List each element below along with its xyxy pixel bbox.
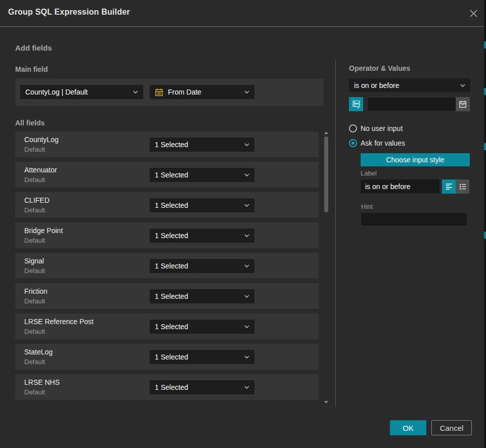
selected-count-select[interactable]: 1 Selected [150,229,254,243]
background-window-fragment [484,143,486,150]
label-input[interactable] [361,180,439,193]
main-field-heading: Main field [15,65,48,73]
operator-select[interactable]: is on or before [349,78,470,92]
selected-count-select[interactable]: 1 Selected [150,259,254,273]
date-value-input[interactable] [368,98,456,111]
field-type: Default [24,328,45,335]
main-layer-select[interactable]: CountyLog | Default [20,85,143,99]
radio-no-user-input-label[interactable]: No user input [361,124,403,132]
field-name: CountyLog [24,136,59,144]
operator-select-value: is on or before [354,81,400,89]
field-row: StateLog Default 1 Selected [15,344,319,370]
title-divider [0,26,486,27]
field-type: Default [24,358,45,366]
field-type: Default [24,206,45,214]
radio-no-user-input[interactable] [349,124,357,132]
selected-count-select[interactable]: 1 Selected [150,289,254,303]
main-layer-select-value: CountyLog | Default [25,88,88,96]
chevron-down-icon [244,325,249,328]
field-name: LRSE NHS [24,378,60,386]
date-picker-button[interactable] [456,97,470,111]
add-fields-heading: Add fields [15,43,52,52]
selected-count-value: 1 Selected [155,323,188,331]
field-row: LRSE NHS Default 1 Selected [15,374,319,400]
background-window-fragment [484,41,486,49]
label-heading: Label [361,169,377,177]
bulleted-list-icon [459,183,467,191]
chevron-down-icon [244,204,249,207]
selected-count-select[interactable]: 1 Selected [150,168,254,182]
list-style-button[interactable] [456,180,469,194]
calendar-icon [155,88,163,97]
main-field-select-value: From Date [168,88,201,96]
field-name: StateLog [24,348,53,356]
field-type: Default [24,176,45,184]
radio-ask-for-values-label[interactable]: Ask for values [361,139,405,147]
field-row: Bridge Point Default 1 Selected [15,222,319,248]
scrollbar-thumb[interactable] [324,137,328,212]
field-name: Attenuator [24,166,57,174]
dialog-title: Group SQL Expression Builder [8,8,130,17]
field-type: Default [24,297,45,305]
close-button[interactable] [467,7,479,19]
selected-count-value: 1 Selected [155,353,188,361]
field-row: LRSE Reference Post Default 1 Selected [15,313,319,339]
set-from-field-button[interactable] [349,97,363,111]
main-field-select[interactable]: From Date [150,85,254,99]
field-name: Signal [24,257,44,265]
single-line-style-button[interactable] [442,180,456,194]
selected-count-select[interactable]: 1 Selected [150,350,254,364]
background-window-sliver [484,0,486,448]
align-left-icon [445,183,453,191]
field-row: Signal Default 1 Selected [15,253,319,279]
selected-count-select[interactable]: 1 Selected [150,138,254,152]
selected-count-value: 1 Selected [155,262,188,270]
field-name: CLIFED [24,196,50,204]
all-fields-heading: All fields [15,119,45,127]
hint-input[interactable] [361,213,467,226]
field-list-icon [352,100,361,109]
selected-count-select[interactable]: 1 Selected [150,320,254,334]
operator-values-heading: Operator & Values [349,64,410,72]
chevron-down-icon [244,355,249,359]
cancel-button[interactable]: Cancel [431,420,472,435]
chevron-down-icon [460,84,465,87]
field-type: Default [24,237,45,244]
chevron-down-icon [244,386,249,389]
chevron-down-icon [244,295,249,298]
field-row: Attenuator Default 1 Selected [15,162,319,188]
chevron-down-icon [244,173,249,176]
scrollbar-up-arrow[interactable] [324,131,328,134]
close-icon [469,9,478,18]
selected-count-select[interactable]: 1 Selected [150,198,254,212]
ok-button[interactable]: OK [390,420,426,435]
field-type: Default [24,267,45,275]
background-window-fragment [484,232,486,239]
chevron-down-icon [244,143,249,146]
background-window-fragment [484,88,486,95]
selected-count-value: 1 Selected [155,201,188,209]
group-sql-expression-builder-dialog: Group SQL Expression Builder Add fields … [0,0,486,448]
selected-count-value: 1 Selected [155,383,188,391]
selected-count-value: 1 Selected [155,292,188,300]
field-name: LRSE Reference Post [24,318,94,326]
field-row: CountyLog Default 1 Selected [15,131,319,157]
calendar-icon [459,100,467,108]
field-name: Bridge Point [24,227,63,235]
selected-count-value: 1 Selected [155,171,188,179]
chevron-down-icon [133,91,138,94]
panel-divider [335,61,336,407]
field-row: CLIFED Default 1 Selected [15,192,319,218]
field-type: Default [24,388,45,396]
selected-count-select[interactable]: 1 Selected [150,380,254,394]
choose-input-style-button[interactable]: Choose input style [361,153,470,166]
field-type: Default [24,146,45,153]
selected-count-value: 1 Selected [155,232,188,240]
chevron-down-icon [244,234,249,237]
scrollbar-down-arrow[interactable] [324,401,328,404]
field-name: Friction [24,287,48,295]
hint-heading: Hint [361,203,373,210]
chevron-down-icon [244,91,249,94]
selected-count-value: 1 Selected [155,141,188,149]
radio-ask-for-values[interactable] [349,139,357,147]
